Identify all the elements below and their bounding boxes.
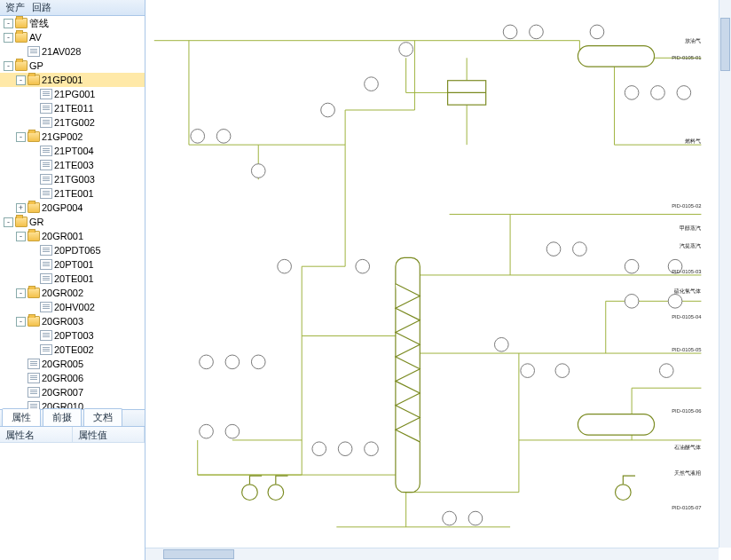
svg-text:天然气液相: 天然气液相 [674,469,701,476]
col-property-value[interactable]: 属性值 [73,427,145,442]
toggle-spacer [28,260,38,270]
tree-node[interactable]: 20GR006 [0,371,145,385]
folder-icon [15,18,28,28]
tree-node[interactable]: -GP [0,59,145,73]
svg-point-22 [625,295,639,309]
svg-point-20 [625,259,639,273]
menu-item-loop[interactable]: 回路 [32,1,51,14]
collapse-icon[interactable]: - [16,288,26,298]
toggle-spacer [28,303,38,312]
tree-node[interactable]: -21GP001 [0,73,145,87]
folder-icon [28,131,40,142]
tree-node-label: 20GP004 [42,202,83,213]
folder-icon [28,316,40,327]
svg-point-33 [312,442,326,456]
collapse-icon[interactable]: - [4,61,13,71]
property-header: 属性名 属性值 [0,427,145,443]
tree-node[interactable]: 21TE001 [0,186,145,201]
svg-point-30 [251,355,265,369]
svg-point-31 [200,424,214,438]
collapse-icon[interactable]: - [16,317,26,327]
canvas-scrollbar-vertical[interactable] [719,0,731,548]
tree-node[interactable]: 21PT004 [0,144,145,158]
file-icon [40,89,52,99]
col-property-name[interactable]: 属性名 [0,427,73,442]
tree-node[interactable]: 20HV002 [0,300,145,314]
expand-icon[interactable]: + [16,203,26,213]
file-icon [40,273,52,284]
collapse-icon[interactable]: - [16,75,26,85]
file-icon [28,373,40,383]
svg-text:石油醚气体: 石油醚气体 [674,445,701,450]
tree-node[interactable]: 20GR007 [0,385,145,399]
tab-preview[interactable]: 前摄 [43,408,82,426]
collapse-icon[interactable]: - [16,232,26,241]
collapse-icon[interactable]: - [4,19,13,28]
tree-node[interactable]: 21AV028 [0,44,145,59]
folder-icon [28,202,40,213]
file-icon [40,117,52,128]
tree-node[interactable]: -20GR001 [0,229,145,243]
collapse-icon[interactable]: - [16,132,26,142]
tree-node[interactable]: -21GP002 [0,130,145,144]
toggle-spacer [28,161,38,170]
tree-node[interactable]: 21TE003 [0,158,145,172]
toggle-spacer [16,359,26,369]
svg-text:汽提蒸汽: 汽提蒸汽 [680,243,701,248]
collapse-icon[interactable]: - [4,33,13,43]
tree-node[interactable]: 20PT003 [0,328,145,343]
asset-tree[interactable]: -管线-AV21AV028-GP-21GP00121PG00121TE01121… [0,16,145,409]
tree-node[interactable]: 20PT001 [0,257,145,272]
menu-item-asset[interactable]: 资产 [5,1,25,14]
toggle-spacer [28,345,38,355]
tree-node-label: 20GR006 [42,373,83,383]
tree-node[interactable]: 21TG002 [0,115,145,130]
svg-point-9 [321,103,335,117]
tree-node[interactable]: 20TE002 [0,343,145,357]
tree-node[interactable]: -20GR003 [0,314,145,328]
tree-node-label: 20GR003 [42,316,83,327]
svg-text:PID-0105-01: PID-0105-01 [672,55,701,60]
folder-icon [28,288,40,298]
tree-node[interactable]: -AV [0,30,145,44]
file-icon [28,387,40,398]
svg-point-15 [625,86,639,100]
property-body [0,443,145,560]
tree-node[interactable]: -GR [0,215,145,229]
file-icon [28,401,40,409]
tree-node[interactable]: 21PG001 [0,87,145,101]
tree-node[interactable]: 20GR005 [0,357,145,371]
tree-node[interactable]: 20TE001 [0,272,145,286]
scrollbar-thumb[interactable] [163,549,234,559]
collapse-icon[interactable]: - [4,217,13,227]
svg-point-13 [530,25,544,39]
tree-node-label: 21TE001 [54,188,94,199]
app-root: 资产 回路 -管线-AV21AV028-GP-21GP00121PG00121T… [0,0,731,560]
tab-document[interactable]: 文档 [83,408,122,426]
tree-node[interactable]: -20GR002 [0,286,145,300]
tree-node[interactable]: 21TE011 [0,101,145,115]
tree-node-label: 管线 [29,17,49,30]
toggle-spacer [16,388,26,398]
svg-point-8 [251,164,265,178]
tree-node[interactable]: +20GP004 [0,201,145,215]
svg-point-17 [677,86,691,100]
vessel-top [578,46,654,67]
pid-canvas[interactable]: 放油气 燃料气 甲醇蒸汽 汽提蒸汽 硫化氢气体 石油醚气体 天然气液相 PID-… [145,0,731,560]
svg-text:PID-0105-06: PID-0105-06 [672,408,701,414]
tree-node[interactable]: 21TG003 [0,172,145,186]
scrollbar-thumb[interactable] [720,18,730,71]
tree-node[interactable]: 20PDT065 [0,243,145,257]
folder-icon [28,231,40,241]
pid-diagram[interactable]: 放油气 燃料气 甲醇蒸汽 汽提蒸汽 硫化氢气体 石油醚气体 天然气液相 PID-… [145,0,719,548]
tree-node-label: 20HV002 [54,302,95,312]
file-icon [40,160,52,170]
tree-node[interactable]: -管线 [0,16,145,30]
tree-node-label: 21TG002 [54,117,95,128]
tree-node-label: 20TE002 [54,344,94,355]
tree-node-label: 20GR007 [42,387,83,398]
tab-properties[interactable]: 属性 [2,408,41,426]
svg-point-26 [555,364,570,378]
canvas-scrollbar-horizontal[interactable] [145,548,719,560]
toggle-spacer [16,374,26,383]
